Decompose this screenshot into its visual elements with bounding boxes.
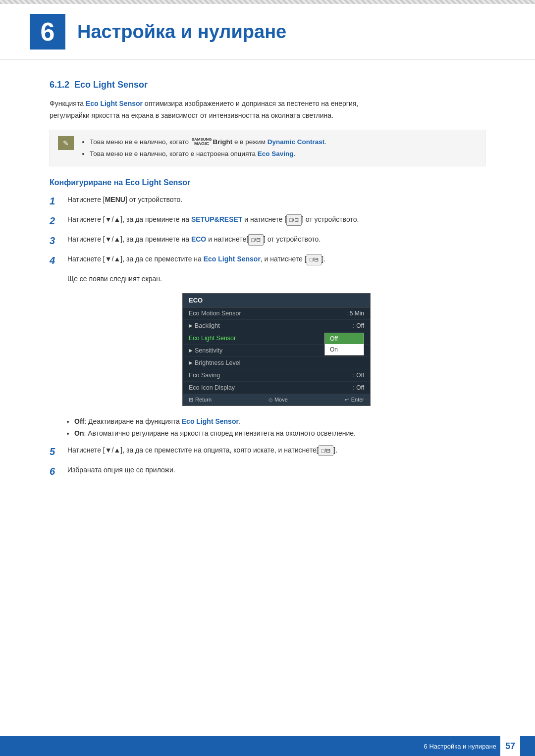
step-number-3: 3	[50, 234, 63, 248]
footer-text: 6 Настройка и нулиране	[424, 743, 496, 750]
intro-bold1: Eco Light Sensor	[86, 100, 143, 107]
eco-menu-footer: ⊞ Return ◇ Move ↵ Enter	[183, 394, 370, 405]
step-item-6: 6 Избраната опция ще се приложи.	[50, 464, 485, 478]
main-content: 6.1.2 Eco Light Sensor Функцията Eco Lig…	[0, 80, 535, 478]
dynamic-contrast-term: Dynamic Contrast	[268, 138, 325, 146]
eco-row-icon-display: Eco Icon Display : Off	[183, 382, 370, 394]
intro-text1: Функцията	[50, 100, 86, 107]
chapter-header: 6 Настройка и нулиране	[0, 0, 535, 60]
footer-return: ⊞ Return	[189, 397, 212, 403]
eco-row-saving: Eco Saving : Off	[183, 369, 370, 382]
backlight-arrow: ▶	[189, 323, 193, 328]
intro-text3: регулирайки яркостта на екрана в зависим…	[50, 111, 333, 119]
bright-term: Bright	[213, 138, 233, 146]
step-number-1: 1	[50, 194, 63, 208]
off-description: Off: Деактивиране на функцията Eco Light…	[74, 416, 485, 428]
page-footer: 6 Настройка и нулиране 57	[0, 736, 535, 756]
steps-list: 1 Натиснете [MENU] от устройството. 2 На…	[50, 194, 485, 267]
eco-row-light-sensor: Eco Light Sensor Off On	[183, 332, 370, 345]
step-item-2: 2 Натиснете [▼/▲], за да преминете на SE…	[50, 214, 485, 228]
intro-paragraph: Функцията Eco Light Sensor оптимизира из…	[50, 98, 485, 122]
option-off: Off	[325, 333, 364, 344]
brightness-arrow: ▶	[189, 360, 193, 365]
sensitivity-arrow: ▶	[189, 348, 193, 353]
step-text-2: Натиснете [▼/▲], за да преминете на SETU…	[67, 214, 485, 226]
step-number-2: 2	[50, 214, 63, 228]
step-item-4: 4 Натиснете [▼/▲], за да се преместите н…	[50, 253, 485, 267]
eco-row-brightness: ▶ Brightness Level	[183, 357, 370, 369]
step-text-6: Избраната опция ще се приложи.	[67, 464, 485, 476]
step-text-3: Натиснете [▼/▲], за да преминете на ECO …	[67, 234, 485, 246]
footer-page-number: 57	[500, 736, 520, 756]
section-title: Eco Light Sensor	[74, 80, 148, 90]
step-item-3: 3 Натиснете [▼/▲], за да преминете на EC…	[50, 234, 485, 248]
step-text-1: Натиснете [MENU] от устройството.	[67, 194, 485, 206]
section-number: 6.1.2	[50, 80, 69, 90]
step-number-4: 4	[50, 253, 63, 267]
eco-row-motion-sensor: Eco Motion Sensor : 5 Min	[183, 307, 370, 320]
chapter-number-text: 6	[41, 17, 55, 47]
footer-move: ◇ Move	[268, 397, 288, 403]
on-description: On: Автоматично регулиране на яркостта с…	[74, 428, 485, 440]
eco-saving-note-term: Eco Saving	[258, 150, 294, 157]
option-on: On	[325, 344, 364, 355]
step-number-6: 6	[50, 464, 63, 478]
note-item-1: Това меню не е налично, когато SAMSUNGMA…	[90, 136, 326, 148]
note-bullets-list: Това меню не е налично, когато SAMSUNGMA…	[81, 136, 326, 160]
eco-menu: ECO Eco Motion Sensor : 5 Min ▶ Backligh…	[182, 293, 371, 406]
step-item-5: 5 Натиснете [▼/▲], за да се преместите н…	[50, 445, 485, 458]
chapter-title: Настройка и нулиране	[77, 21, 286, 43]
samsung-magic-label: SAMSUNGMAGIC	[192, 138, 212, 147]
eco-row-backlight: ▶ Backlight : Off	[183, 320, 370, 332]
step-number-5: 5	[50, 445, 63, 458]
eco-menu-screenshot: ECO Eco Motion Sensor : 5 Min ▶ Backligh…	[67, 293, 485, 406]
step-4-sub: Ще се появи следният екран.	[67, 273, 485, 285]
step-item-1: 1 Натиснете [MENU] от устройството.	[50, 194, 485, 208]
top-stripe	[0, 0, 535, 4]
note-box: Това меню не е налично, когато SAMSUNGMA…	[50, 130, 485, 167]
configure-heading: Конфигуриране на Eco Light Sensor	[50, 178, 485, 187]
note-icon	[58, 136, 74, 150]
step-text-5: Натиснете [▼/▲], за да се преместите на …	[67, 445, 485, 456]
note-item-2: Това меню не е налично, когато е настрое…	[90, 148, 326, 160]
chapter-number: 6	[30, 14, 65, 50]
enter-icon: ↵	[345, 397, 349, 403]
return-icon: ⊞	[189, 397, 193, 403]
option-descriptions: Off: Деактивиране на функцията Eco Light…	[50, 416, 485, 440]
move-icon: ◇	[268, 397, 272, 403]
eco-menu-title: ECO	[183, 294, 370, 307]
steps-list-after: 5 Натиснете [▼/▲], за да се преместите н…	[50, 445, 485, 478]
section-heading: 6.1.2 Eco Light Sensor	[50, 80, 485, 90]
dropdown-options: Off On	[324, 333, 364, 355]
intro-text2: оптимизира изображението и допринася за …	[143, 100, 358, 107]
footer-enter: ↵ Enter	[345, 397, 364, 403]
step-text-4: Натиснете [▼/▲], за да се преместите на …	[67, 253, 485, 265]
